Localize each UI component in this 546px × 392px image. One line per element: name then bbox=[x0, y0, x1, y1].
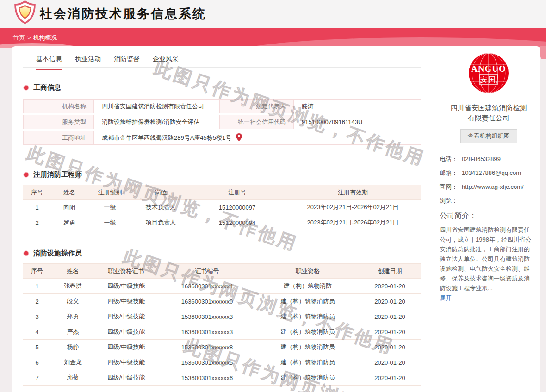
cell-seq: 2 bbox=[23, 215, 51, 230]
tab-bar: 基本信息 执业活动 消防监督 企业风采 bbox=[23, 53, 421, 68]
cell-cert: 四级/中级技能 bbox=[95, 370, 157, 386]
cell-qualification: 建（构）筑物消防员 bbox=[257, 340, 359, 355]
legal-rep-value: 滕涛 bbox=[294, 99, 421, 113]
contact-info: 电话： 028-86532899 邮箱： 1034327886@qq.com 官… bbox=[440, 154, 538, 205]
cell-name: 段义 bbox=[51, 294, 95, 309]
col-header-validity: 注册有效期 bbox=[285, 185, 421, 200]
contact-row-phone: 电话： 028-86532899 bbox=[440, 154, 538, 164]
operators-table-body: 1 张春洪 四级/中级技能 163600301xxxxxx4 建（构）筑物消防 … bbox=[23, 279, 421, 386]
cell-cert-no: 163600301xxxxxx3 bbox=[157, 324, 257, 340]
table-row: 服务类型 消防设施维护保养检测/消防安全评估 统一社会信用代码 91510000… bbox=[23, 115, 421, 129]
breadcrumb: 首页>机构概况 bbox=[13, 34, 57, 42]
page: 社会消防技术服务信息系统 首页>机构概况 基本信息 执业活动 消防监督 企业风采… bbox=[0, 0, 546, 392]
col-header-create-date: 创建日期 bbox=[359, 264, 421, 279]
address-label: 工商地址 bbox=[23, 131, 94, 145]
address-value: 成都市金牛区羊西线蜀汉路289号A座45栋5楼1号 bbox=[94, 131, 421, 145]
col-header-cert-no: 证书编号 bbox=[157, 264, 257, 279]
col-header-level: 注册级别 bbox=[88, 185, 132, 200]
cell-cert-no: 153600301xxxxxx8 bbox=[157, 340, 257, 355]
tab-basic-info[interactable]: 基本信息 bbox=[36, 53, 62, 67]
service-type-label: 服务类型 bbox=[23, 115, 94, 129]
cell-reg-no: 15120000094 bbox=[190, 215, 285, 230]
table-row: 2 罗勇 一级 项目负责人 15120000094 2023年02月21日-20… bbox=[23, 215, 421, 230]
table-row: 工商地址 成都市金牛区羊西线蜀汉路289号A座45栋5楼1号 bbox=[23, 131, 421, 145]
cell-create-date: 2020-01-20 bbox=[359, 370, 421, 386]
sidebar: ANGUO 安国 四川省安国建筑消防检测 有限责任公司 查看机构组织图 电话： … bbox=[440, 52, 538, 302]
cell-seq: 2 bbox=[23, 294, 51, 309]
anguo-globe-icon: ANGUO 安国 bbox=[468, 53, 509, 93]
red-dot-icon bbox=[23, 250, 29, 256]
content-card: 基本信息 执业活动 消防监督 企业风采 工商信息 机构名称 四川省安国建筑消防检… bbox=[12, 46, 540, 392]
phone-label: 电话： bbox=[440, 154, 462, 164]
cell-qualification: 建（构）筑物消防员 bbox=[257, 309, 359, 324]
org-name-value: 四川省安国建筑消防检测有限责任公司 bbox=[94, 99, 220, 113]
table-row: 3 郑勇 四级/中级技能 153600301xxxxxx3 建（构）筑物消防员 … bbox=[23, 309, 421, 324]
svg-text:安国: 安国 bbox=[480, 75, 497, 83]
cell-qualification: 建（构）筑物消防员 bbox=[257, 355, 359, 370]
cell-seq: 7 bbox=[23, 370, 51, 386]
band-corner-decoration bbox=[540, 46, 546, 59]
cell-cert: 四级/中级技能 bbox=[95, 324, 157, 340]
service-type-value: 消防设施维护保养检测/消防安全评估 bbox=[94, 115, 220, 129]
cell-create-date: 2020-01-20 bbox=[359, 279, 421, 294]
table-row: 7 邱菊 四级/中级技能 153600301xxxxxx6 建（构）筑物消防员 … bbox=[23, 370, 421, 386]
breadcrumb-current: 机构概况 bbox=[33, 34, 57, 41]
cell-seq: 1 bbox=[23, 279, 51, 294]
cell-create-date: 2020-01-20 bbox=[359, 324, 421, 340]
cell-validity: 2023年02月21日-2026年02月21日 bbox=[285, 200, 421, 215]
cell-create-date: 2020-01-20 bbox=[359, 294, 421, 309]
cell-level: 一级 bbox=[88, 215, 132, 230]
tab-fire-supervision[interactable]: 消防监督 bbox=[114, 53, 140, 67]
cell-name: 张春洪 bbox=[51, 279, 95, 294]
cell-cert: 四级/中级技能 bbox=[95, 355, 157, 370]
tab-company-showcase[interactable]: 企业风采 bbox=[153, 53, 179, 67]
section-title-operators: 消防设施操作员 bbox=[23, 249, 421, 258]
svg-text:ANGUO: ANGUO bbox=[471, 64, 506, 74]
header-row: 序号 姓名 注册级别 岗位 注册号 注册有效期 bbox=[23, 185, 421, 200]
cell-name: 郑勇 bbox=[51, 309, 95, 324]
cell-seq: 6 bbox=[23, 355, 51, 370]
cell-create-date: 2020-01-20 bbox=[359, 355, 421, 370]
col-header-name: 姓名 bbox=[51, 264, 95, 279]
credit-code-value: 91510000709161143U bbox=[294, 115, 421, 129]
address-text: 成都市金牛区羊西线蜀汉路289号A座45栋5楼1号 bbox=[102, 134, 231, 141]
cell-post: 项目负责人 bbox=[132, 215, 190, 230]
tab-practice-activity[interactable]: 执业活动 bbox=[75, 53, 101, 67]
cell-cert-no: 153600301xxxxxx6 bbox=[157, 370, 257, 386]
cell-name: 杨静 bbox=[51, 340, 95, 355]
cell-name: 邱菊 bbox=[51, 370, 95, 386]
contact-row-views: 浏览： bbox=[440, 196, 538, 205]
cell-validity: 2023年02月21日-2026年02月21日 bbox=[285, 215, 421, 230]
phone-value: 028-86532899 bbox=[462, 154, 536, 164]
cell-qualification: 建（构）筑物消防 bbox=[257, 279, 359, 294]
table-row: 5 杨静 四级/中级技能 153600301xxxxxx8 建（构）筑物消防员 … bbox=[23, 340, 421, 355]
expand-link[interactable]: 展开 bbox=[440, 294, 452, 302]
app-header: 社会消防技术服务信息系统 bbox=[0, 0, 546, 28]
table-row: 1 向阳 一级 技术负责人 15120000097 2023年02月21日-20… bbox=[23, 200, 421, 215]
company-profile-text: 四川省安国建筑消防检测有限责任公司，成立于1998年，经四川省公安消防总队批准，… bbox=[440, 225, 531, 293]
view-org-chart-button[interactable]: 查看机构组织图 bbox=[460, 129, 517, 143]
contact-row-website: 官网： http://www.ag-xfjc.com/ bbox=[440, 182, 538, 192]
section-title-text: 消防设施操作员 bbox=[33, 249, 82, 258]
section-title-text: 注册消防工程师 bbox=[33, 170, 82, 179]
engineers-table-body: 1 向阳 一级 技术负责人 15120000097 2023年02月21日-20… bbox=[23, 200, 421, 230]
breadcrumb-home-link[interactable]: 首页 bbox=[13, 34, 25, 41]
table-row: 4 严杰 四级/中级技能 163600301xxxxxx3 建（构）筑物消防员 … bbox=[23, 324, 421, 340]
cell-cert-no: 153600301xxxxxx5 bbox=[157, 355, 257, 370]
engineers-table-header: 序号 姓名 注册级别 岗位 注册号 注册有效期 bbox=[23, 185, 421, 200]
breadcrumb-band: 首页>机构概况 bbox=[0, 28, 546, 48]
website-label: 官网： bbox=[440, 182, 462, 192]
location-pin-icon[interactable] bbox=[236, 133, 242, 141]
credit-code-label: 统一社会信用代码 bbox=[220, 115, 294, 129]
cell-level: 一级 bbox=[88, 200, 132, 215]
company-name-line2: 有限责任公司 bbox=[440, 113, 538, 123]
contact-row-email: 邮箱： 1034327886@qq.com bbox=[440, 168, 538, 178]
section-title-business-info: 工商信息 bbox=[23, 83, 421, 92]
website-value: http://www.ag-xfjc.com/ bbox=[462, 182, 536, 192]
org-name-label: 机构名称 bbox=[23, 99, 94, 113]
cell-cert: 四级/中级技能 bbox=[95, 309, 157, 324]
table-row: 机构名称 四川省安国建筑消防检测有限责任公司 法定代表人 滕涛 bbox=[23, 99, 421, 113]
section-title-text: 工商信息 bbox=[33, 83, 61, 92]
cell-seq: 4 bbox=[23, 324, 51, 340]
company-profile-title: 公司简介： bbox=[440, 211, 538, 221]
